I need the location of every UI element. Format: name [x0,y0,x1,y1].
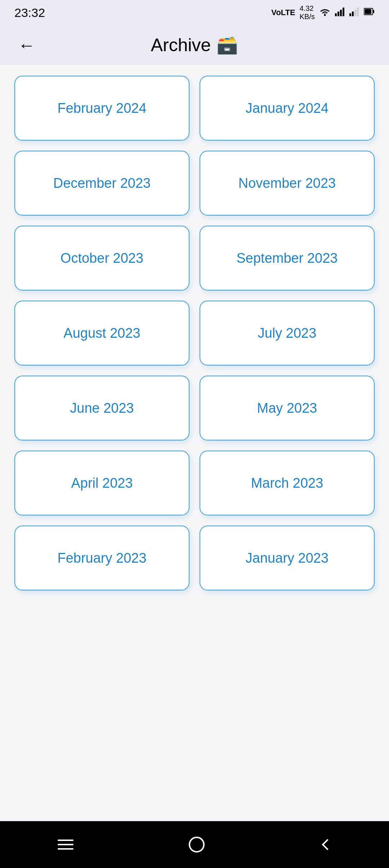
month-card[interactable]: May 2023 [200,376,375,440]
month-card[interactable]: August 2023 [14,301,189,366]
svg-rect-1 [335,13,337,16]
back-nav-button[interactable] [305,835,346,854]
svg-rect-8 [357,8,359,16]
month-label: December 2023 [53,176,151,191]
circle-icon [189,837,205,852]
svg-rect-4 [343,8,344,16]
month-card[interactable]: February 2024 [14,76,189,141]
content-area: February 2024January 2024December 2023No… [0,65,389,821]
back-button[interactable]: ← [14,32,39,59]
month-card[interactable]: November 2023 [200,151,375,216]
archive-emoji: 🗃️ [216,35,238,55]
month-label: May 2023 [257,400,317,416]
signal-icon [335,7,345,18]
month-label: November 2023 [238,176,336,191]
bottom-navigation [0,821,389,868]
month-label: January 2024 [246,101,328,116]
month-label: February 2024 [57,101,146,116]
month-card[interactable]: January 2023 [200,526,375,590]
page-title: Archive 🗃️ [151,35,238,56]
month-label: July 2023 [258,326,317,341]
home-button[interactable] [174,831,219,858]
month-label: January 2023 [246,550,328,566]
status-bar: 23:32 VoLTE 4.32KB/s [0,0,389,25]
month-label: April 2023 [71,475,133,491]
volte-icon: VoLTE [271,8,295,17]
month-label: October 2023 [61,251,143,266]
month-label: August 2023 [63,326,140,341]
month-card[interactable]: February 2023 [14,526,189,590]
svg-rect-7 [354,10,356,16]
svg-point-0 [324,14,326,16]
svg-rect-5 [349,13,351,16]
month-card[interactable]: September 2023 [200,226,375,291]
status-time: 23:32 [14,6,45,20]
menu-button[interactable] [43,834,88,855]
months-grid: February 2024January 2024December 2023No… [14,76,375,590]
month-label: June 2023 [70,400,134,416]
chevron-left-icon [322,839,333,850]
month-card[interactable]: October 2023 [14,226,189,291]
month-label: March 2023 [251,475,323,491]
wifi-icon [319,7,331,18]
svg-rect-10 [373,10,374,13]
month-label: September 2023 [237,251,338,266]
hamburger-icon [58,840,73,850]
signal2-icon [349,7,359,18]
month-card[interactable]: June 2023 [14,376,189,440]
header: ← Archive 🗃️ [0,25,389,65]
svg-rect-3 [340,10,342,16]
svg-rect-6 [352,12,354,16]
svg-rect-11 [365,9,371,14]
battery-icon [364,8,375,18]
title-text: Archive [151,35,211,56]
svg-rect-2 [337,12,339,16]
month-card[interactable]: April 2023 [14,451,189,515]
month-card[interactable]: July 2023 [200,301,375,366]
month-card[interactable]: March 2023 [200,451,375,515]
status-icons: VoLTE 4.32KB/s [271,4,375,21]
month-card[interactable]: January 2024 [200,76,375,141]
month-label: February 2023 [57,550,146,566]
data-speed: 4.32KB/s [300,4,315,21]
month-card[interactable]: December 2023 [14,151,189,216]
